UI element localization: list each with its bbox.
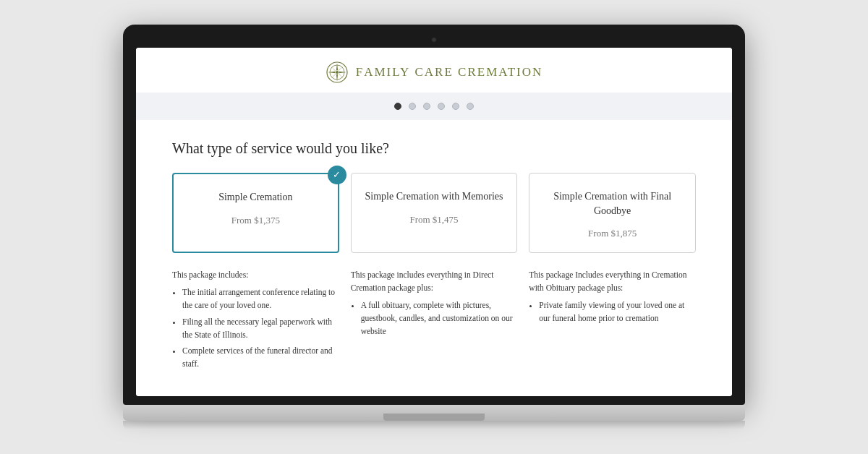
desc-list-3: Private family viewing of your loved one… (529, 299, 696, 325)
progress-dot-4[interactable] (438, 103, 445, 110)
logo-area: Family Care Cremation (136, 61, 732, 84)
desc-list-1: The initial arrangement conference relat… (172, 286, 339, 371)
desc-item-1-2: Complete services of the funeral directo… (182, 345, 339, 371)
progress-dot-6[interactable] (467, 103, 474, 110)
progress-dot-3[interactable] (423, 103, 430, 110)
main-content: What type of service would you like? ✓ S… (136, 120, 732, 396)
svg-marker-4 (328, 72, 336, 73)
svg-marker-5 (339, 72, 346, 73)
desc-item-1-1: Filing all the necessary legal paperwork… (182, 316, 339, 342)
site-header: Family Care Cremation (136, 48, 732, 93)
svg-point-10 (336, 71, 339, 74)
desc-item-1-0: The initial arrangement conference relat… (182, 286, 339, 312)
selected-checkmark: ✓ (328, 166, 346, 184)
service-card-cremation-final-goodbye[interactable]: Simple Cremation with Final Goodbye From… (529, 173, 696, 253)
desc-list-2: A full obituary, complete with pictures,… (351, 299, 518, 338)
progress-dot-1[interactable] (394, 103, 401, 110)
logo-highlight: Family Care Cremation (356, 65, 543, 79)
card-price-3: From $1,875 (541, 228, 684, 239)
logo-text: Family Care Cremation (356, 65, 543, 80)
svg-marker-3 (336, 74, 338, 82)
desc-block-2: This package includes everything in Dire… (351, 269, 518, 374)
service-card-simple-cremation[interactable]: ✓ Simple Cremation From $1,375 (172, 173, 339, 253)
camera (432, 38, 436, 42)
page-question: What type of service would you like? (172, 140, 696, 157)
progress-dot-5[interactable] (452, 103, 459, 110)
service-card-cremation-memories[interactable]: Simple Cremation with Memories From $1,4… (351, 173, 518, 253)
progress-area (136, 93, 732, 120)
website: Family Care Cremation (136, 48, 732, 396)
screen-bezel: Family Care Cremation (123, 25, 745, 405)
cards-row: ✓ Simple Cremation From $1,375 Simple Cr… (172, 173, 696, 253)
card-title-2: Simple Cremation with Memories (363, 189, 506, 204)
card-price-2: From $1,475 (363, 214, 506, 226)
laptop-mockup: Family Care Cremation (123, 25, 745, 429)
progress-dot-2[interactable] (409, 103, 416, 110)
card-title-3: Simple Cremation with Final Goodbye (541, 189, 684, 218)
desc-block-1: This package includes: The initial arran… (172, 269, 339, 374)
card-title-1: Simple Cremation (185, 190, 326, 205)
desc-block-3: This package Includes everything in Crem… (529, 269, 696, 374)
desc-item-3-0: Private family viewing of your loved one… (539, 299, 696, 325)
laptop-screen: Family Care Cremation (136, 48, 732, 396)
descriptions-row: This package includes: The initial arran… (172, 269, 696, 374)
card-price-1: From $1,375 (185, 215, 326, 226)
compass-icon (326, 61, 349, 84)
desc-intro-3: This package Includes everything in Crem… (529, 269, 696, 295)
desc-intro-2: This package includes everything in Dire… (351, 269, 518, 295)
svg-marker-2 (336, 63, 338, 71)
progress-dots (136, 103, 732, 110)
laptop-base (123, 405, 745, 421)
desc-item-2-0: A full obituary, complete with pictures,… (361, 299, 518, 338)
desc-intro-1: This package includes: (172, 269, 339, 282)
laptop-shadow (123, 421, 745, 429)
